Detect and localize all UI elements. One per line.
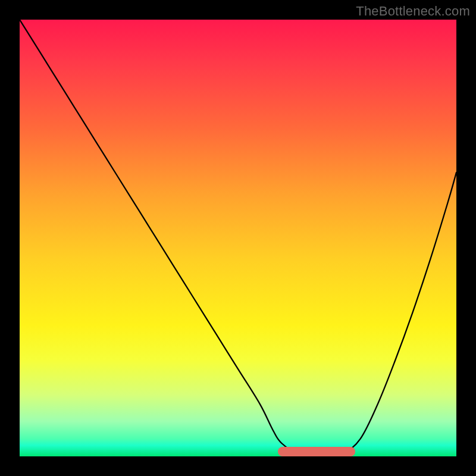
chart-frame: TheBottleneck.com xyxy=(0,0,476,476)
optimal-range-marker xyxy=(278,447,355,456)
watermark-text: TheBottleneck.com xyxy=(356,4,470,19)
bottleneck-curve xyxy=(20,20,456,456)
plot-area xyxy=(20,20,456,456)
